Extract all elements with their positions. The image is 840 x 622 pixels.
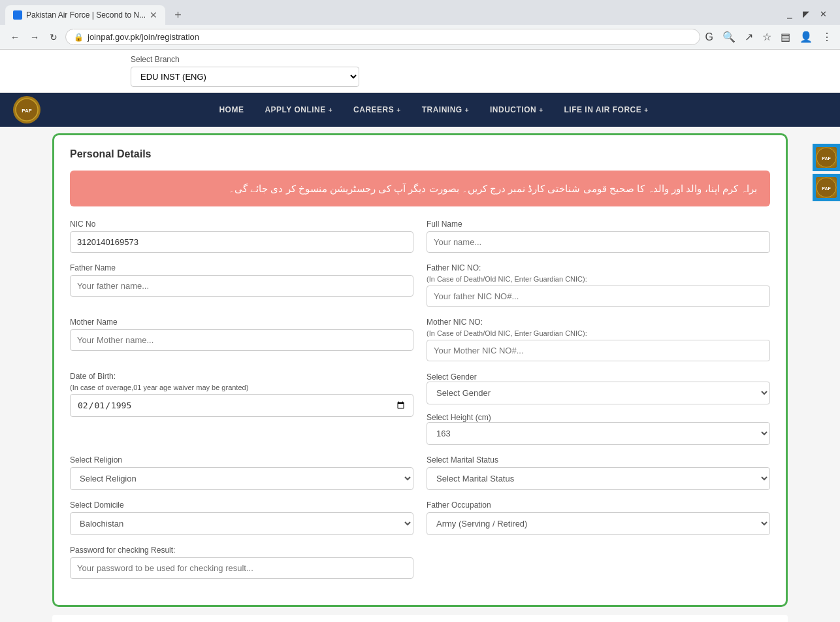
row-father: Father Name Father NIC NO: (In Case of D… xyxy=(70,263,770,307)
gender-select[interactable]: Select Gender Male Female xyxy=(427,382,770,404)
password-input[interactable] xyxy=(70,557,413,579)
domicile-group: Select Domicile Balochistan Punjab Sindh… xyxy=(70,500,413,535)
google-icon[interactable]: G xyxy=(705,31,713,43)
tab-title: Pakistan Air Force | Second to N... xyxy=(26,10,146,20)
gender-label: Select Gender xyxy=(427,372,477,382)
tab-close-button[interactable]: ✕ xyxy=(150,10,157,20)
height-label: Select Height (cm) xyxy=(427,413,491,422)
fullname-input[interactable] xyxy=(427,231,770,253)
refresh-button[interactable]: ↻ xyxy=(47,29,60,45)
window-controls: ⎯ ◤ ✕ xyxy=(787,5,835,19)
mother-name-input[interactable] xyxy=(70,329,413,351)
nic-group: NIC No xyxy=(70,220,413,253)
father-nic-input[interactable] xyxy=(427,286,770,307)
active-tab[interactable]: Pakistan Air Force | Second to N... ✕ xyxy=(5,5,165,25)
sidebar-badge-bottom[interactable]: PAF xyxy=(813,174,840,201)
father-name-label: Father Name xyxy=(70,263,413,272)
life-arrow: + xyxy=(644,106,648,114)
section-title: Personal Details xyxy=(70,148,770,160)
training-arrow: + xyxy=(465,106,469,114)
minimize-button[interactable]: ⎯ xyxy=(787,9,792,19)
dob-label: Date of Birth: xyxy=(70,372,413,381)
occupation-group: Father Occupation Army (Serving / Retire… xyxy=(427,500,770,535)
nav-training[interactable]: TRAINING + xyxy=(412,93,479,127)
nav-apply-online[interactable]: APPLY ONLINE + xyxy=(254,93,343,127)
sidebar-badges: PAF PAF xyxy=(813,144,840,201)
nav-logo: PAF xyxy=(13,96,40,123)
profile-icon[interactable]: 👤 xyxy=(800,31,813,43)
religion-select[interactable]: Select Religion Islam Christianity Hindu… xyxy=(70,467,413,490)
marital-select[interactable]: Select Marital Status Single Married xyxy=(427,467,770,490)
select-branch-bar: Select Branch EDU INST (ENG) xyxy=(0,50,840,93)
nav-induction[interactable]: INDUCTION + xyxy=(479,93,554,127)
mother-name-label: Mother Name xyxy=(70,318,413,327)
badge-inner-bottom: PAF xyxy=(816,177,837,198)
password-label: Password for checking Result: xyxy=(70,546,413,555)
browser-chrome: Pakistan Air Force | Second to N... ✕ + … xyxy=(0,0,840,50)
father-name-input[interactable] xyxy=(70,275,413,297)
gender-height-group: Select Gender Select Gender Male Female … xyxy=(427,372,770,445)
nav-bar: PAF HOME APPLY ONLINE + CAREERS + TRAINI… xyxy=(0,93,840,127)
occupation-label: Father Occupation xyxy=(427,500,770,510)
sidebar-badge-top[interactable]: PAF xyxy=(813,144,840,171)
personal-details-card: Personal Details براہ کرم اپنا، والد اور… xyxy=(52,133,788,607)
row-dob-gender: Date of Birth: (In case of overage,01 ye… xyxy=(70,372,770,445)
svg-text:PAF: PAF xyxy=(22,108,32,114)
new-tab-button[interactable]: + xyxy=(170,8,186,22)
row-domicile-occupation: Select Domicile Balochistan Punjab Sindh… xyxy=(70,500,770,535)
father-nic-group: Father NIC NO: (In Case of Death/Old NIC… xyxy=(427,263,770,307)
lock-icon: 🔒 xyxy=(74,33,84,42)
restore-button[interactable]: ◤ xyxy=(803,9,809,19)
mother-nic-input[interactable] xyxy=(427,340,770,361)
search-icon[interactable]: 🔍 xyxy=(722,31,735,43)
height-select[interactable]: 163 155 160 165 xyxy=(427,422,770,445)
back-button[interactable]: ← xyxy=(8,29,22,45)
careers-arrow: + xyxy=(396,106,400,114)
row-nic-fullname: NIC No Full Name xyxy=(70,220,770,253)
badge-inner-top: PAF xyxy=(816,147,837,168)
warning-box: براہ کرم اپنا، والد اور والدہ کا صحیح قو… xyxy=(70,171,770,206)
address-bar-row: ← → ↻ 🔒 joinpaf.gov.pk/join/registration… xyxy=(0,25,840,49)
apply-arrow: + xyxy=(329,106,332,114)
address-card: Address xyxy=(52,615,788,622)
svg-text:PAF: PAF xyxy=(822,186,831,191)
nav-home[interactable]: HOME xyxy=(208,93,254,127)
sidebar-icon[interactable]: ▤ xyxy=(781,31,790,43)
row-religion-marital: Select Religion Select Religion Islam Ch… xyxy=(70,455,770,490)
fullname-group: Full Name xyxy=(427,220,770,253)
tab-bar: Pakistan Air Force | Second to N... ✕ + … xyxy=(0,0,840,25)
occupation-select[interactable]: Army (Serving / Retired) Civil Other xyxy=(427,512,770,535)
share-icon[interactable]: ↗ xyxy=(745,31,753,43)
row-password: Password for checking Result: xyxy=(70,546,770,579)
url-text: joinpaf.gov.pk/join/registration xyxy=(88,32,692,42)
nic-input[interactable] xyxy=(70,231,413,253)
dob-group: Date of Birth: (In case of overage,01 ye… xyxy=(70,372,413,445)
dob-sublabel: (In case of overage,01 year age waiver m… xyxy=(70,384,413,391)
induction-arrow: + xyxy=(539,106,543,114)
password-group: Password for checking Result: xyxy=(70,546,413,579)
close-button[interactable]: ✕ xyxy=(820,9,827,19)
father-nic-sublabel: (In Case of Death/Old NIC, Enter Guardia… xyxy=(427,275,770,283)
nav-links: HOME APPLY ONLINE + CAREERS + TRAINING +… xyxy=(40,93,827,127)
branch-label: Select Branch xyxy=(131,55,709,64)
mother-name-group: Mother Name xyxy=(70,318,413,361)
svg-text:PAF: PAF xyxy=(822,156,831,161)
nav-life-in-air-force[interactable]: LIFE IN AIR FORCE + xyxy=(554,93,659,127)
page-content: Select Branch EDU INST (ENG) PAF HOME AP… xyxy=(0,50,840,622)
bookmark-icon[interactable]: ☆ xyxy=(762,31,771,43)
dob-input[interactable] xyxy=(70,394,413,417)
domicile-select[interactable]: Balochistan Punjab Sindh KPK xyxy=(70,512,413,535)
branch-select[interactable]: EDU INST (ENG) xyxy=(131,67,359,87)
religion-label: Select Religion xyxy=(70,455,413,465)
domicile-label: Select Domicile xyxy=(70,500,413,510)
religion-group: Select Religion Select Religion Islam Ch… xyxy=(70,455,413,490)
tab-favicon xyxy=(13,10,22,20)
menu-icon[interactable]: ⋮ xyxy=(822,31,832,43)
form-section: Personal Details براہ کرم اپنا، والد اور… xyxy=(0,127,840,622)
address-bar[interactable]: 🔒 joinpaf.gov.pk/join/registration xyxy=(65,29,700,45)
marital-group: Select Marital Status Select Marital Sta… xyxy=(427,455,770,490)
forward-button[interactable]: → xyxy=(27,29,42,45)
browser-toolbar-icons: G 🔍 ↗ ☆ ▤ 👤 ⋮ xyxy=(705,31,832,43)
nav-careers[interactable]: CAREERS + xyxy=(343,93,412,127)
nic-label: NIC No xyxy=(70,220,413,229)
